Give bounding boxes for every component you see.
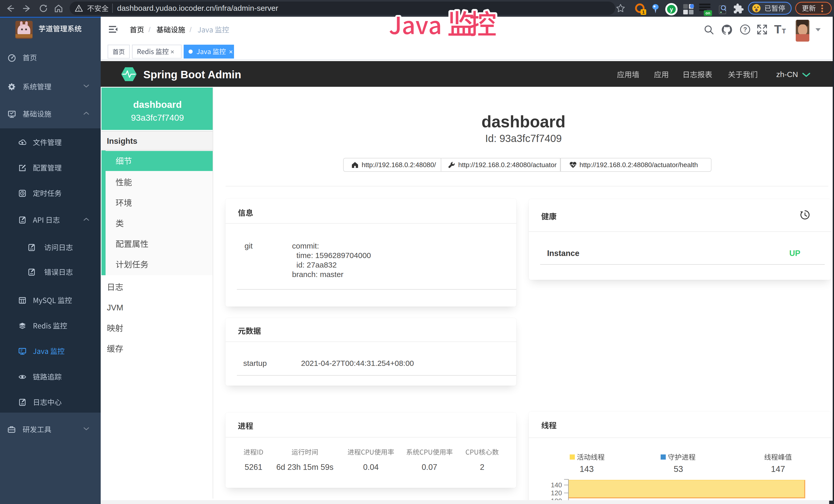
svg-text:T: T xyxy=(774,24,781,36)
svg-text:y: y xyxy=(670,6,673,13)
svg-text:T: T xyxy=(782,27,786,35)
svg-text:1: 1 xyxy=(642,10,644,15)
svg-text:?: ? xyxy=(743,26,747,33)
svg-text:on: on xyxy=(706,11,710,15)
